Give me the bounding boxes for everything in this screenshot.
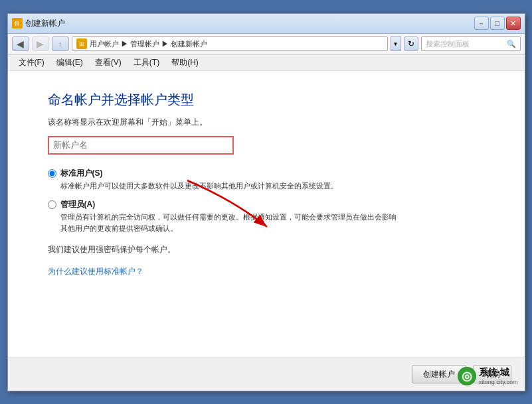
back-button[interactable]: ◀ <box>12 36 29 51</box>
title-bar-title: 创建新帐户 <box>25 18 65 29</box>
menu-edit[interactable]: 编辑(E) <box>51 56 88 70</box>
search-field[interactable]: 搜索控制面板 🔍 <box>421 36 521 51</box>
close-button[interactable]: ✕ <box>506 17 521 30</box>
radio-group: 标准用户(S) 标准帐户用户可以使用大多数软件以及更改不影响其他用户或计算机安全… <box>48 168 485 234</box>
menu-help[interactable]: 帮助(H) <box>166 56 204 70</box>
admin-label: 管理员(A) <box>60 199 397 210</box>
content-area: 命名帐户并选择帐户类型 该名称将显示在欢迎屏幕和「开始」菜单上。 标准用户(S)… <box>8 71 525 358</box>
up-button[interactable]: ↑ <box>52 36 69 51</box>
menu-view[interactable]: 查看(V) <box>90 56 127 70</box>
standard-user-radio[interactable] <box>48 169 56 178</box>
refresh-button[interactable]: ↻ <box>404 36 418 51</box>
maximize-button[interactable]: □ <box>490 17 505 30</box>
standard-user-desc: 标准帐户用户可以使用大多数软件以及更改不影响其他用户或计算机安全的系统设置。 <box>60 180 338 192</box>
search-icon[interactable]: 🔍 <box>507 40 516 48</box>
watermark-logo: ◎ <box>458 367 476 385</box>
menu-bar: 文件(F) 编辑(E) 查看(V) 工具(T) 帮助(H) <box>8 55 525 71</box>
bottom-bar: 创建帐户 取消 ◎ 系统·城 xitong city.com <box>8 358 525 391</box>
admin-desc: 管理员有计算机的完全访问权，可以做任何需要的更改。根据通知设置，可能会要求管理员… <box>60 212 397 234</box>
address-field[interactable]: ⊞ 用户帐户 ▶ 管理帐户 ▶ 创建新帐户 <box>72 36 388 51</box>
admin-option: 管理员(A) 管理员有计算机的完全访问权，可以做任何需要的更改。根据通知设置，可… <box>48 199 485 234</box>
standard-user-option: 标准用户(S) 标准帐户用户可以使用大多数软件以及更改不影响其他用户或计算机安全… <box>48 168 485 192</box>
watermark-brand: 系统·城 <box>479 367 518 379</box>
address-path: 用户帐户 ▶ 管理帐户 ▶ 创建新帐户 <box>90 39 207 49</box>
standard-user-label: 标准用户(S) <box>60 168 338 179</box>
page-title: 命名帐户并选择帐户类型 <box>48 91 485 109</box>
title-bar-left: ⚙ 创建新帐户 <box>12 18 65 29</box>
search-placeholder: 搜索控制面板 <box>426 39 470 49</box>
why-link[interactable]: 为什么建议使用标准帐户？ <box>48 267 143 276</box>
standard-user-label-group: 标准用户(S) 标准帐户用户可以使用大多数软件以及更改不影响其他用户或计算机安全… <box>60 168 338 192</box>
account-name-input[interactable] <box>48 136 234 155</box>
address-bar: ◀ ▶ ↑ ⊞ 用户帐户 ▶ 管理帐户 ▶ 创建新帐户 ▼ ↻ 搜索控制面板 🔍 <box>8 34 525 55</box>
admin-radio[interactable] <box>48 200 56 209</box>
minimize-button[interactable]: － <box>474 17 489 30</box>
menu-tools[interactable]: 工具(T) <box>128 56 165 70</box>
watermark-text-group: 系统·城 xitong city.com <box>479 367 518 385</box>
address-dropdown[interactable]: ▼ <box>391 36 401 51</box>
forward-button[interactable]: ▶ <box>32 36 49 51</box>
recommendation: 我们建议使用强密码保护每个帐户。 <box>48 244 485 255</box>
admin-label-group: 管理员(A) 管理员有计算机的完全访问权，可以做任何需要的更改。根据通知设置，可… <box>60 199 397 234</box>
title-bar: ⚙ 创建新帐户 － □ ✕ <box>8 14 525 34</box>
address-icon: ⊞ <box>76 38 87 49</box>
subtitle: 该名称将显示在欢迎屏幕和「开始」菜单上。 <box>48 117 485 128</box>
title-bar-controls: － □ ✕ <box>474 17 521 30</box>
main-window: ⚙ 创建新帐户 － □ ✕ ◀ ▶ ↑ ⊞ 用户帐户 ▶ 管理帐户 ▶ 创建新帐… <box>7 13 525 391</box>
menu-file[interactable]: 文件(F) <box>13 56 50 70</box>
watermark: ◎ 系统·城 xitong city.com <box>458 367 518 385</box>
window-icon: ⚙ <box>12 18 23 29</box>
watermark-url: xitong city.com <box>479 379 518 385</box>
